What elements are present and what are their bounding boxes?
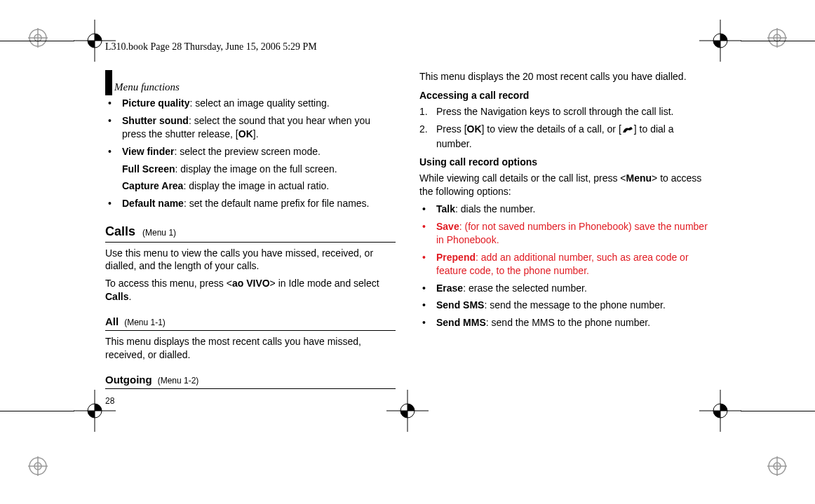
option-desc: : (for not saved numbers in Phonebook) s… bbox=[436, 221, 708, 245]
paragraph: While viewing call details or the call l… bbox=[419, 172, 710, 198]
list-item: Press the Navigation keys to scroll thro… bbox=[419, 105, 710, 118]
section-bar-icon bbox=[105, 70, 112, 95]
registration-mark-icon bbox=[699, 390, 741, 434]
list-item: Send SMS: send the message to the phone … bbox=[419, 299, 710, 312]
left-column: Menu functions Picture quality: select a… bbox=[105, 70, 396, 393]
page-number: 28 bbox=[105, 396, 114, 406]
softkey-label: ao VIVO bbox=[232, 278, 270, 289]
option-desc: : select the preview screen mode. bbox=[174, 146, 321, 157]
list-item: Send MMS: send the MMS to the phone numb… bbox=[419, 316, 710, 329]
heading-text: Outgoing bbox=[105, 373, 152, 387]
text: To access this menu, press < bbox=[105, 278, 232, 289]
list-item: View finder: select the preview screen m… bbox=[105, 145, 396, 158]
option-desc: : display the image on the full screen. bbox=[175, 163, 337, 175]
text: ] to view the details of a call, or [ bbox=[482, 123, 621, 135]
option-desc: : select an image quality setting. bbox=[189, 97, 329, 109]
options-list: Picture quality: select an image quality… bbox=[105, 97, 396, 158]
option-name: Erase bbox=[436, 282, 463, 294]
option-name: Full Screen bbox=[122, 163, 175, 175]
subheading: Accessing a call record bbox=[419, 89, 710, 102]
options-list: Default name: set the default name prefi… bbox=[105, 197, 396, 210]
list-item: Picture quality: select an image quality… bbox=[105, 97, 396, 110]
option-name: Talk bbox=[436, 203, 455, 214]
option-name: View finder bbox=[122, 146, 174, 157]
outgoing-heading: Outgoing (Menu 1-2) bbox=[105, 373, 396, 389]
option-name: Capture Area bbox=[122, 180, 183, 191]
registration-line bbox=[741, 411, 815, 411]
registration-line bbox=[0, 41, 74, 41]
numbered-list: Press the Navigation keys to scroll thro… bbox=[419, 105, 710, 151]
softkey-label: Menu bbox=[626, 172, 652, 184]
sub-option: Capture Area: display the image in actua… bbox=[105, 179, 396, 193]
menu-path: (Menu 1-2) bbox=[158, 375, 199, 386]
key-label: OK bbox=[467, 123, 482, 135]
crop-mark-icon bbox=[767, 456, 787, 476]
list-item: Default name: set the default name prefi… bbox=[105, 197, 396, 210]
calls-heading: Calls (Menu 1) bbox=[105, 223, 396, 242]
list-item: Talk: dials the number. bbox=[419, 203, 710, 216]
option-desc: : set the default name prefix for file n… bbox=[184, 198, 370, 209]
list-item: Press [OK] to view the details of a call… bbox=[419, 123, 710, 151]
list-item: Shutter sound: select the sound that you… bbox=[105, 114, 396, 141]
page-header: L310.book Page 28 Thursday, June 15, 200… bbox=[105, 41, 317, 53]
section-title: Menu functions bbox=[114, 80, 180, 94]
option-desc: : dials the number. bbox=[455, 203, 535, 214]
crop-mark-icon bbox=[767, 28, 787, 48]
heading-text: All bbox=[105, 315, 119, 329]
option-name: Send SMS bbox=[436, 299, 484, 311]
option-name: Shutter sound bbox=[122, 115, 189, 126]
option-name: Picture quality bbox=[122, 97, 189, 109]
menu-name: Calls bbox=[105, 291, 128, 302]
option-desc: : send the message to the phone number. bbox=[484, 299, 665, 311]
text: . bbox=[128, 291, 131, 302]
list-item: Prepend: add an additional number, such … bbox=[419, 251, 710, 278]
key-label: OK bbox=[238, 128, 253, 139]
right-column: This menu displays the 20 most recent ca… bbox=[419, 70, 710, 393]
heading-text: Calls bbox=[105, 223, 135, 240]
text: While viewing call details or the call l… bbox=[419, 172, 626, 184]
registration-mark-icon bbox=[699, 20, 741, 64]
option-desc: : erase the selected number. bbox=[463, 282, 587, 294]
option-name: Send MMS bbox=[436, 317, 486, 328]
option-desc: ]. bbox=[253, 128, 259, 139]
option-desc: : display the image in actual ratio. bbox=[183, 180, 329, 191]
dial-key-icon bbox=[621, 124, 634, 137]
registration-line bbox=[0, 411, 74, 411]
paragraph: This menu displays the 20 most recent ca… bbox=[419, 70, 710, 83]
text: > in Idle mode and select bbox=[270, 278, 379, 289]
registration-mark-icon bbox=[386, 390, 429, 434]
paragraph: This menu displays the most recent calls… bbox=[105, 335, 396, 362]
option-name: Default name bbox=[122, 198, 184, 209]
options-list: Talk: dials the number. Save: (for not s… bbox=[419, 203, 710, 329]
sub-option: Full Screen: display the image on the fu… bbox=[105, 163, 396, 176]
list-item: Erase: erase the selected number. bbox=[419, 282, 710, 295]
option-name: Save bbox=[436, 221, 459, 232]
menu-path: (Menu 1-1) bbox=[124, 317, 166, 328]
subheading: Using call record options bbox=[419, 156, 710, 169]
list-item: Save: (for not saved numbers in Phoneboo… bbox=[419, 220, 710, 247]
option-name: Prepend bbox=[436, 252, 476, 263]
crop-mark-icon bbox=[28, 28, 48, 48]
content-area: Menu functions Picture quality: select a… bbox=[105, 70, 710, 393]
paragraph: Use this menu to view the calls you have… bbox=[105, 247, 396, 273]
menu-path: (Menu 1) bbox=[142, 227, 176, 238]
option-desc: : send the MMS to the phone number. bbox=[486, 317, 650, 328]
text: Press [ bbox=[436, 123, 467, 135]
registration-line bbox=[741, 41, 815, 41]
crop-mark-icon bbox=[28, 456, 48, 476]
paragraph: To access this menu, press <ao VIVO> in … bbox=[105, 277, 396, 304]
section-header: Menu functions bbox=[105, 70, 396, 94]
all-heading: All (Menu 1-1) bbox=[105, 315, 396, 331]
